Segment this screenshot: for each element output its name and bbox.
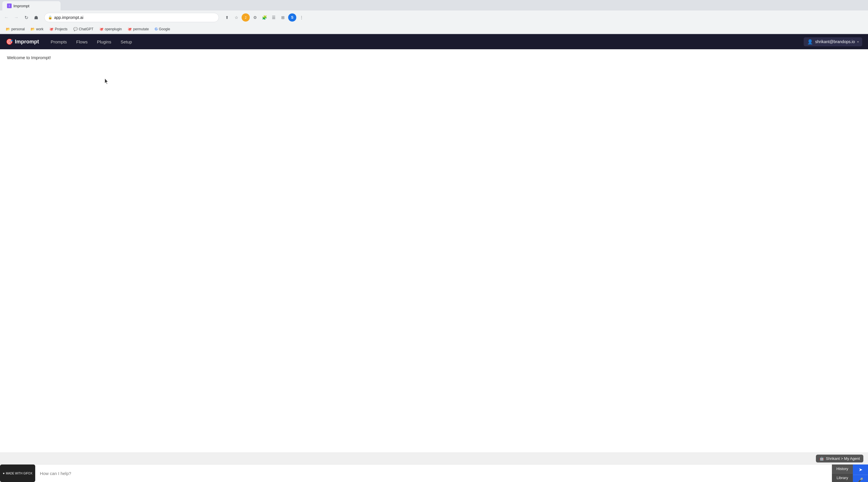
bookmark-personal[interactable]: 📂 personal (3, 26, 27, 32)
app-header: 🎯 Imprompt Prompts Flows Plugins Setup 👤… (0, 34, 868, 49)
nav-flows[interactable]: Flows (72, 34, 92, 49)
mic-button[interactable]: 🎤 (853, 475, 868, 482)
github-icon-permutate: 🐙 (127, 27, 132, 31)
history-button[interactable]: History (832, 464, 853, 474)
library-button[interactable]: Library (832, 474, 853, 482)
agent-button[interactable]: 🤖 Shrikant > My Agent (816, 455, 863, 462)
nav-prompts[interactable]: Prompts (46, 34, 72, 49)
split-view-button[interactable]: ⊞ (279, 13, 287, 22)
made-with-text: MADE WITH GIFOX (6, 472, 32, 475)
made-with-badge: ♥ MADE WITH GIFOX (0, 464, 35, 482)
github-icon-projects: 🐙 (49, 27, 54, 31)
send-icon: ➤ (859, 467, 863, 472)
main-content: Welcome to Imprompt! (0, 49, 868, 453)
active-tab[interactable]: I Imprompt (2, 1, 61, 10)
extensions-button[interactable]: 🧩 (260, 13, 268, 22)
app-logo-text: Imprompt (15, 39, 39, 45)
browser-chrome: I Imprompt ← → ↻ ☗ 🔒 app.imprompt.ai ⬆ ☆… (0, 0, 868, 34)
bookmark-chatgpt[interactable]: 💬 ChatGPT (71, 26, 96, 32)
mic-icon: 🎤 (858, 477, 863, 482)
bookmark-projects[interactable]: 🐙 Projects (47, 26, 69, 32)
chatgpt-icon: 💬 (73, 27, 78, 31)
bookmark-chatgpt-label: ChatGPT (79, 27, 93, 31)
user-icon: 👤 (807, 39, 813, 45)
folder-icon-work: 📂 (31, 27, 35, 31)
tab-favicon: I (7, 3, 12, 8)
main-wrapper: Welcome to Imprompt! (0, 49, 868, 453)
browser-tabs: I Imprompt (0, 0, 868, 10)
bookmark-work-label: work (36, 27, 43, 31)
chat-input-field[interactable] (35, 471, 832, 476)
github-icon-openplugin: 🐙 (99, 27, 104, 31)
user-email: shrikant@brandops.io (815, 39, 855, 44)
bookmark-permutate[interactable]: 🐙 permutate (125, 26, 151, 32)
app-logo[interactable]: 🎯 Imprompt (6, 38, 39, 45)
more-options-button[interactable]: ⋮ (298, 13, 306, 22)
tab-title: Imprompt (13, 4, 29, 8)
home-button[interactable]: ☗ (32, 13, 40, 22)
welcome-message: Welcome to Imprompt! (7, 55, 861, 60)
share-button[interactable]: ⬆ (223, 13, 231, 22)
chat-area: 🤖 Shrikant > My Agent ♥ MADE WITH GIFOX … (0, 453, 868, 482)
folder-icon: 📂 (6, 27, 10, 31)
profile-avatar[interactable]: S (288, 13, 296, 22)
agent-label: Shrikant > My Agent (826, 456, 860, 461)
bookmark-google[interactable]: G Google (153, 26, 173, 32)
google-icon: G (155, 27, 158, 31)
extension-button-1[interactable]: 2 (242, 13, 250, 22)
toolbar-actions: ⬆ ☆ 2 ⚙ 🧩 ☰ ⊞ S ⋮ (223, 13, 306, 22)
logo-emoji: 🎯 (6, 38, 13, 45)
bookmark-openplugin-label: openplugin (105, 27, 122, 31)
history-library-panel: History Library (832, 464, 853, 482)
dropdown-arrow-icon: ▾ (857, 40, 859, 44)
send-button[interactable]: ➤ (853, 464, 868, 475)
bookmark-permutate-label: permutate (133, 27, 149, 31)
url-text: app.imprompt.ai (54, 15, 83, 20)
forward-button[interactable]: → (12, 13, 20, 22)
nav-plugins[interactable]: Plugins (92, 34, 116, 49)
back-button[interactable]: ← (2, 13, 10, 22)
robot-icon: 🤖 (819, 456, 824, 461)
user-menu[interactable]: 👤 shrikant@brandops.io ▾ (804, 37, 862, 46)
bookmark-button[interactable]: ☆ (232, 13, 241, 22)
mouse-cursor (105, 78, 110, 86)
reload-button[interactable]: ↻ (22, 13, 30, 22)
nav-setup[interactable]: Setup (116, 34, 136, 49)
bookmark-projects-label: Projects (55, 27, 67, 31)
bookmarks-bar: 📂 personal 📂 work 🐙 Projects 💬 ChatGPT 🐙… (0, 25, 868, 34)
extension-button-2[interactable]: ⚙ (251, 13, 259, 22)
app-nav: Prompts Flows Plugins Setup (46, 34, 804, 49)
bookmark-personal-label: personal (11, 27, 25, 31)
chat-header: 🤖 Shrikant > My Agent (0, 453, 868, 464)
tab-manager-button[interactable]: ☰ (270, 13, 278, 22)
browser-toolbar: ← → ↻ ☗ 🔒 app.imprompt.ai ⬆ ☆ 2 ⚙ 🧩 ☰ ⊞ … (0, 10, 868, 25)
heart-icon: ♥ (3, 472, 5, 475)
bookmark-work[interactable]: 📂 work (28, 26, 46, 32)
address-bar[interactable]: 🔒 app.imprompt.ai (44, 13, 219, 22)
chat-input-area: ♥ MADE WITH GIFOX History Library ➤ 🎤 (0, 464, 868, 482)
chat-actions: ➤ 🎤 (853, 464, 868, 482)
bookmark-google-label: Google (159, 27, 170, 31)
lock-icon: 🔒 (48, 16, 52, 20)
bookmark-openplugin[interactable]: 🐙 openplugin (97, 26, 124, 32)
